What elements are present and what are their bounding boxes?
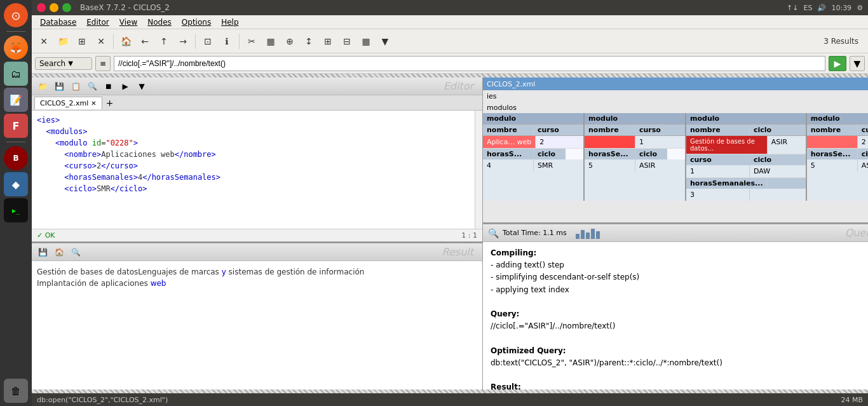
filter-button[interactable]: ▼ bbox=[850, 56, 865, 71]
result-header: 💾 🏠 🔍 Result bbox=[32, 243, 482, 261]
dropdown-btn[interactable]: ▼ bbox=[376, 32, 394, 50]
menu-options[interactable]: Options bbox=[177, 17, 216, 28]
xml-row-sub-4: horasSe... ciclo bbox=[807, 148, 868, 159]
menu-help[interactable]: Help bbox=[216, 17, 243, 28]
xml-col-header-nombre-3: nombre bbox=[686, 125, 750, 135]
qi-compiling-2: - simplifying descendant-or-self step(s) bbox=[491, 271, 868, 283]
result-save-btn[interactable]: 💾 bbox=[36, 245, 50, 259]
editor-open-btn[interactable]: 📁 bbox=[36, 79, 50, 93]
search-text-toggle[interactable]: ≡ bbox=[95, 56, 111, 71]
xml-cell-nombre-3[interactable]: Gestión de bases de datos... bbox=[686, 136, 768, 154]
searchbar: Search ▼ ≡ ▶ ▼ bbox=[32, 53, 868, 74]
status-ok-label: ✓ OK bbox=[37, 231, 55, 240]
result-home-btn[interactable]: 🏠 bbox=[52, 245, 66, 259]
blue-app-icon[interactable]: ◆ bbox=[4, 172, 28, 196]
result-highlight-2: web bbox=[151, 279, 166, 288]
db-filename: CICLOS_2.xml bbox=[483, 78, 868, 90]
filezilla-icon[interactable]: F bbox=[4, 114, 28, 138]
back-btn[interactable]: ← bbox=[136, 32, 154, 50]
db-row-ies[interactable]: ies bbox=[483, 90, 868, 102]
grid-btn[interactable]: ▦ bbox=[262, 32, 280, 50]
result-text-1: Gestión de bases de datosLenguajes de ma… bbox=[37, 267, 222, 276]
dock-separator bbox=[6, 31, 25, 32]
ubuntu-icon[interactable]: ⊙ bbox=[4, 3, 28, 27]
qi-query-text: //ciclo[.="ASIR"]/../nombre/text() bbox=[491, 320, 868, 332]
view-btn[interactable]: ▦ bbox=[357, 32, 375, 50]
xml-sub-label-curso-3: curso bbox=[686, 154, 750, 165]
xml-row-sub-2: horasSe... ciclo bbox=[585, 148, 685, 159]
editor-copy-btn[interactable]: 📋 bbox=[69, 79, 83, 93]
dropdown-arrow-icon: ▼ bbox=[68, 60, 73, 67]
editor-tab-close-icon[interactable]: ✕ bbox=[91, 100, 96, 107]
editor-tab-ciclos[interactable]: CICLOS_2.xml ✕ bbox=[34, 97, 102, 109]
code-content[interactable]: <ies> <modulos> <modulo id="0228"> <nomb… bbox=[32, 111, 475, 229]
lang-indicator: ES bbox=[803, 4, 812, 12]
menu-nodes[interactable]: Nodes bbox=[142, 17, 177, 28]
editor-run-btn[interactable]: ▶ bbox=[118, 79, 132, 93]
result-find-btn[interactable]: 🔍 bbox=[69, 245, 83, 259]
chart-bar-2 bbox=[581, 230, 585, 239]
trash-icon[interactable]: 🗑 bbox=[4, 379, 28, 403]
search-input[interactable] bbox=[114, 56, 825, 71]
editor-tab-add[interactable]: + bbox=[104, 97, 116, 109]
chart-bar-1 bbox=[576, 234, 580, 239]
xml-row-sub-3c: horasSemanales... bbox=[686, 177, 806, 189]
select-btn[interactable]: ⊡ bbox=[199, 32, 217, 50]
db-row-modulos[interactable]: modulos bbox=[483, 102, 868, 113]
xml-cell-nombre-4[interactable] bbox=[807, 136, 858, 148]
xml-group-header-1: modulo bbox=[483, 113, 583, 125]
editor-stop-btn[interactable]: ⏹ bbox=[102, 79, 116, 93]
info-btn[interactable]: ℹ bbox=[218, 32, 236, 50]
collapse-btn[interactable]: ⊟ bbox=[338, 32, 356, 50]
db-row-label-ies: ies bbox=[487, 92, 497, 100]
qi-compiling-3: - applying text index bbox=[491, 284, 868, 296]
up-btn[interactable]: ↑ bbox=[155, 32, 173, 50]
maximize-button[interactable] bbox=[62, 3, 71, 12]
xml-col-header-curso-2: curso bbox=[635, 125, 667, 135]
home-btn[interactable]: 🏠 bbox=[117, 32, 135, 50]
new-btn[interactable]: ✕ bbox=[35, 32, 53, 50]
terminal-icon[interactable]: ▶_ bbox=[4, 198, 28, 222]
xml-cell-ciclo-4: ASIR bbox=[858, 159, 868, 172]
chart-bar-3 bbox=[586, 233, 590, 239]
statusbar-memory: 24 MB bbox=[841, 396, 863, 404]
add-btn[interactable]: ⊕ bbox=[281, 32, 299, 50]
open-btn[interactable]: 📁 bbox=[54, 32, 72, 50]
xml-col-header-curso-1: curso bbox=[534, 125, 566, 135]
editor-find-btn[interactable]: 🔍 bbox=[85, 79, 99, 93]
layout-btn[interactable]: ⊞ bbox=[319, 32, 337, 50]
xml-cell-nombre-2[interactable] bbox=[585, 136, 635, 148]
close-button[interactable] bbox=[37, 3, 46, 12]
cut-btn[interactable]: ✂ bbox=[243, 32, 261, 50]
editor-header: 📁 💾 📋 🔍 ⏹ ▶ ▼ Editor bbox=[32, 78, 482, 95]
editor-section: 📁 💾 📋 🔍 ⏹ ▶ ▼ Editor CICLOS_2.xml ✕ + bbox=[32, 78, 482, 243]
editor-save-btn[interactable]: 💾 bbox=[52, 79, 66, 93]
query-info-title: Query Info bbox=[845, 227, 868, 239]
xml-col-headers-3: nombre ciclo bbox=[686, 125, 806, 136]
minimize-button[interactable] bbox=[50, 3, 58, 12]
result-section: 💾 🏠 🔍 Result Gestión de bases de datosLe… bbox=[32, 243, 482, 389]
chart-bar-5 bbox=[596, 231, 600, 239]
xml-cell-nombre-1[interactable]: Aplica... web bbox=[483, 136, 536, 148]
close-btn[interactable]: ✕ bbox=[92, 32, 110, 50]
xml-group-header-4: modulo bbox=[807, 113, 868, 125]
query-info-header: 🔍 Total Time: 1.1 ms Query Info bbox=[483, 224, 868, 242]
menu-editor[interactable]: Editor bbox=[81, 17, 114, 28]
run-query-button[interactable]: ▶ bbox=[829, 56, 846, 71]
files-icon[interactable]: 🗂 bbox=[4, 62, 28, 86]
basex-icon[interactable]: B bbox=[4, 146, 28, 170]
text-editor-icon[interactable]: 📝 bbox=[4, 88, 28, 112]
editor-filter-btn[interactable]: ▼ bbox=[135, 79, 149, 93]
xml-col-header-nombre-2: nombre bbox=[585, 125, 635, 135]
menu-database[interactable]: Database bbox=[35, 17, 81, 28]
forward-btn[interactable]: → bbox=[174, 32, 192, 50]
firefox-icon[interactable]: 🦊 bbox=[4, 36, 28, 60]
search-type-dropdown[interactable]: Search ▼ bbox=[35, 57, 92, 70]
menu-view[interactable]: View bbox=[114, 17, 142, 28]
xml-data-row-3b: 1 DAW bbox=[686, 165, 806, 177]
expand-btn[interactable]: ↕ bbox=[300, 32, 318, 50]
table-btn[interactable]: ⊞ bbox=[73, 32, 91, 50]
result-text-3: Implantación de aplicaciones bbox=[37, 279, 151, 288]
xml-sub-label-hourss: horasS... bbox=[483, 149, 534, 159]
code-scrollbar[interactable] bbox=[475, 111, 482, 229]
